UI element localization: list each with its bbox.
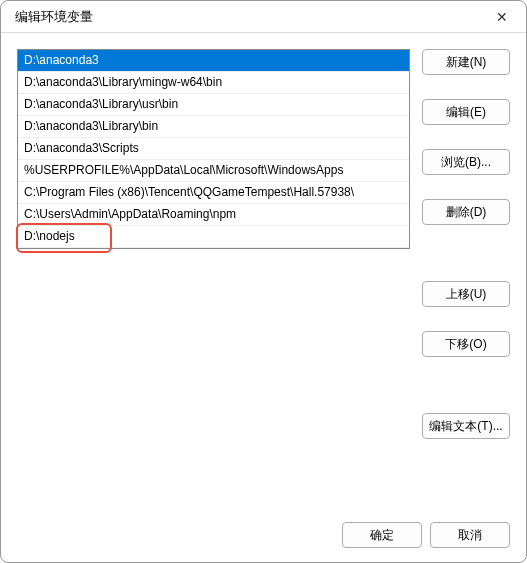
dialog-title: 编辑环境变量 xyxy=(15,8,93,26)
delete-button[interactable]: 删除(D) xyxy=(422,199,510,225)
titlebar: 编辑环境变量 ✕ xyxy=(1,1,526,33)
move-down-button[interactable]: 下移(O) xyxy=(422,331,510,357)
edit-text-button[interactable]: 编辑文本(T)... xyxy=(422,413,510,439)
list-item[interactable]: D:\anaconda3\Library\bin xyxy=(18,116,409,138)
ok-button[interactable]: 确定 xyxy=(342,522,422,548)
cancel-button[interactable]: 取消 xyxy=(430,522,510,548)
button-column: 新建(N) 编辑(E) 浏览(B)... 删除(D) 上移(U) 下移(O) 编… xyxy=(422,49,510,492)
list-item[interactable]: D:\anaconda3\Library\usr\bin xyxy=(18,94,409,116)
path-list[interactable]: D:\anaconda3D:\anaconda3\Library\mingw-w… xyxy=(17,49,410,249)
list-item[interactable]: C:\Program Files (x86)\Tencent\QQGameTem… xyxy=(18,182,409,204)
close-button[interactable]: ✕ xyxy=(486,1,518,33)
list-item[interactable]: D:\anaconda3\Library\mingw-w64\bin xyxy=(18,72,409,94)
move-up-button[interactable]: 上移(U) xyxy=(422,281,510,307)
list-item[interactable]: D:\anaconda3 xyxy=(18,50,409,72)
list-wrapper: D:\anaconda3D:\anaconda3\Library\mingw-w… xyxy=(17,49,410,492)
list-item[interactable]: C:\Users\Admin\AppData\Roaming\npm xyxy=(18,204,409,226)
new-button[interactable]: 新建(N) xyxy=(422,49,510,75)
dialog-footer: 确定 取消 xyxy=(1,508,526,562)
close-icon: ✕ xyxy=(496,9,508,25)
content-area: D:\anaconda3D:\anaconda3\Library\mingw-w… xyxy=(1,33,526,508)
browse-button[interactable]: 浏览(B)... xyxy=(422,149,510,175)
list-item[interactable]: D:\anaconda3\Scripts xyxy=(18,138,409,160)
list-item[interactable]: D:\nodejs xyxy=(18,226,409,248)
edit-button[interactable]: 编辑(E) xyxy=(422,99,510,125)
env-var-dialog: 编辑环境变量 ✕ D:\anaconda3D:\anaconda3\Librar… xyxy=(0,0,527,563)
list-item[interactable]: %USERPROFILE%\AppData\Local\Microsoft\Wi… xyxy=(18,160,409,182)
